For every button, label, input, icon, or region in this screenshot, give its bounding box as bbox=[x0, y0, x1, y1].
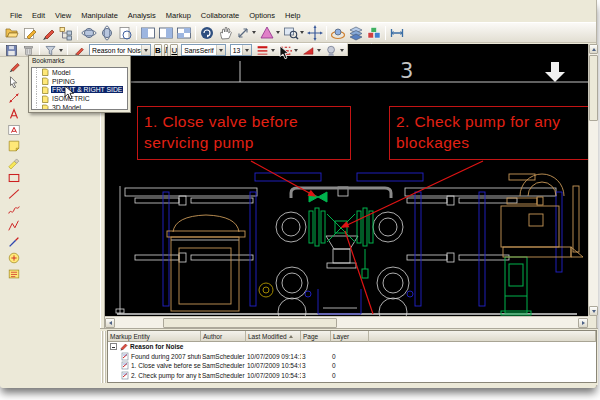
render-style-button[interactable] bbox=[323, 44, 340, 57]
canvas-vertical-scrollbar[interactable] bbox=[588, 44, 598, 316]
panel-grip[interactable] bbox=[101, 331, 106, 383]
font-dropdown[interactable]: SansSerif bbox=[181, 44, 225, 56]
model-tree-button[interactable] bbox=[57, 24, 75, 41]
menu-manipulate[interactable]: Manipulate bbox=[76, 10, 123, 21]
column-markup-entity[interactable]: Markup Entity bbox=[108, 331, 201, 342]
highlight-dropdown-icon[interactable] bbox=[317, 49, 321, 52]
bold-button[interactable]: B bbox=[154, 44, 162, 57]
underline-button[interactable]: U bbox=[170, 44, 178, 57]
rectangle-tool[interactable] bbox=[4, 170, 24, 186]
markup-page-button[interactable] bbox=[21, 24, 39, 41]
zoom-region-button[interactable] bbox=[282, 24, 300, 41]
markup-row-1[interactable]: Found during 2007 shutdown SamScheduler … bbox=[108, 352, 596, 362]
menu-collaborate[interactable]: Collaborate bbox=[196, 10, 244, 21]
scroll-down-button[interactable] bbox=[589, 306, 598, 316]
orbit-free-button[interactable] bbox=[98, 24, 116, 41]
font-size-dropdown[interactable]: 13 bbox=[230, 44, 253, 56]
rotate-view-button[interactable] bbox=[198, 24, 216, 41]
freehand-tool[interactable] bbox=[4, 202, 24, 218]
menu-file[interactable]: File bbox=[5, 10, 27, 21]
dropdown-button[interactable] bbox=[242, 45, 251, 55]
markup-group-row[interactable]: Reason for Noise bbox=[108, 342, 596, 352]
markup-callout-2[interactable]: 2. Check pump for any blockages bbox=[389, 106, 588, 160]
column-last-modified[interactable]: Last Modified bbox=[246, 331, 301, 342]
menu-markup[interactable]: Markup bbox=[161, 10, 196, 21]
column-page[interactable]: Page bbox=[301, 331, 331, 342]
orbit-button[interactable] bbox=[80, 24, 98, 41]
highlight-button[interactable] bbox=[300, 44, 317, 57]
move-button[interactable] bbox=[306, 24, 324, 41]
column-layer[interactable]: Layer bbox=[331, 331, 369, 342]
markup-callout-1[interactable]: 1. Close valve before servicing pump bbox=[137, 106, 351, 160]
line-tool[interactable] bbox=[4, 186, 24, 202]
pen-tool[interactable] bbox=[4, 234, 24, 250]
callout-select-tool[interactable] bbox=[4, 74, 24, 90]
zoom-button[interactable] bbox=[234, 24, 252, 41]
pan-button[interactable] bbox=[216, 24, 234, 41]
render-style-dropdown-icon[interactable] bbox=[340, 49, 344, 52]
menu-edit[interactable]: Edit bbox=[27, 10, 50, 21]
dropdown-button[interactable] bbox=[216, 45, 225, 55]
drawing-canvas[interactable]: 3 bbox=[105, 56, 588, 316]
markup-table: Markup Entity Author Last Modified Page … bbox=[107, 330, 597, 383]
vertical-scroll-thumb[interactable] bbox=[589, 55, 598, 121]
bookmark-item-isometric[interactable]: ISOMETRIC bbox=[32, 94, 127, 103]
bookmark-item-front-right-side[interactable]: FRONT & RIGHT SIDE bbox=[32, 86, 127, 95]
line-weight-button[interactable] bbox=[254, 44, 271, 57]
perspective-button[interactable] bbox=[258, 24, 276, 41]
bookmark-item-model[interactable]: Model bbox=[32, 68, 127, 77]
menu-options[interactable]: Options bbox=[244, 10, 280, 21]
menu-help[interactable]: Help bbox=[280, 10, 305, 21]
menu-analysis[interactable]: Analysis bbox=[123, 10, 161, 21]
markup-row-3[interactable]: 2. Check pump for any blocka SamSchedule… bbox=[108, 371, 596, 381]
line-style-dropdown-icon[interactable] bbox=[294, 49, 298, 52]
layers-icon bbox=[348, 25, 364, 41]
markup-row-2[interactable]: 1. Close valve before servicin SamSchedu… bbox=[108, 361, 596, 371]
canvas-horizontal-scrollbar[interactable] bbox=[105, 316, 588, 328]
polyline-tool[interactable] bbox=[4, 218, 24, 234]
dropdown-button[interactable] bbox=[141, 45, 150, 55]
menu-view[interactable]: View bbox=[50, 10, 76, 21]
collapse-icon[interactable] bbox=[110, 343, 117, 350]
line-weight-icon bbox=[255, 44, 270, 57]
menu-bar: File Edit View Manipulate Analysis Marku… bbox=[0, 9, 596, 22]
horizontal-scroll-thumb[interactable] bbox=[163, 318, 337, 328]
bookmark-item-piping[interactable]: PIPING bbox=[32, 77, 127, 86]
italic-button[interactable]: I bbox=[164, 44, 169, 57]
measure-button[interactable] bbox=[388, 24, 406, 41]
layers-button[interactable] bbox=[347, 24, 365, 41]
bookmarks-title: Bookmarks bbox=[29, 56, 130, 66]
scroll-left-button[interactable] bbox=[105, 318, 115, 328]
split-quad-button[interactable] bbox=[175, 24, 193, 41]
open-button[interactable] bbox=[3, 24, 21, 41]
split-left-button[interactable] bbox=[139, 24, 157, 41]
text-box-tool[interactable] bbox=[4, 122, 24, 138]
line-weight-dropdown-icon[interactable] bbox=[271, 49, 275, 52]
text-tool[interactable] bbox=[4, 106, 24, 122]
scroll-up-button[interactable] bbox=[589, 44, 598, 54]
split-right-button[interactable] bbox=[157, 24, 175, 41]
bookmark-item-3d-model[interactable]: 3D Model bbox=[32, 103, 127, 110]
object-colors-button[interactable] bbox=[365, 24, 383, 41]
column-author[interactable]: Author bbox=[201, 331, 246, 342]
markup-callout-2-line2: blockages bbox=[396, 132, 588, 153]
sort-ascending-icon bbox=[289, 335, 293, 338]
filter-dropdown-icon[interactable] bbox=[59, 49, 63, 52]
dimension-tool[interactable] bbox=[4, 90, 24, 106]
zoom-region-dropdown-icon[interactable] bbox=[300, 31, 304, 34]
zoom-dropdown-icon[interactable] bbox=[252, 31, 256, 34]
sticky-note-tool[interactable] bbox=[4, 138, 24, 154]
scroll-right-button[interactable] bbox=[578, 318, 588, 328]
markup-pencil-tool[interactable] bbox=[4, 58, 24, 74]
save-icon bbox=[4, 44, 19, 57]
edit-markup-button[interactable] bbox=[39, 24, 57, 41]
view-page-button[interactable] bbox=[116, 24, 134, 41]
stamp-round-tool[interactable] bbox=[4, 250, 24, 266]
stamp-text-tool[interactable] bbox=[4, 266, 24, 282]
perspective-dropdown-icon[interactable] bbox=[276, 31, 280, 34]
turntable-button[interactable] bbox=[329, 24, 347, 41]
highlighter-tool[interactable] bbox=[4, 154, 24, 170]
arrow-right-icon bbox=[582, 321, 585, 325]
render-lamp-icon bbox=[324, 44, 339, 57]
save-button[interactable] bbox=[3, 44, 20, 57]
